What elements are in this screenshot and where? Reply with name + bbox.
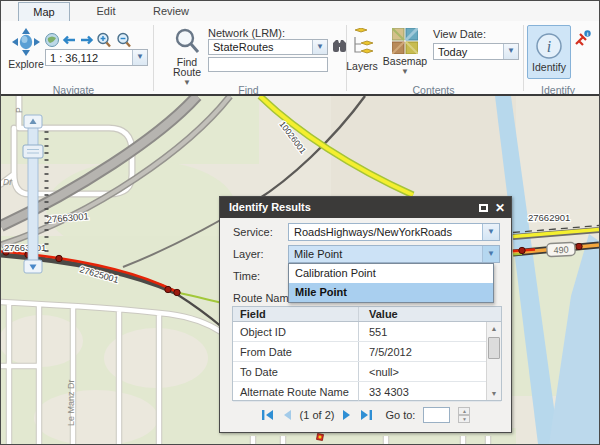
service-label: Service: [233,226,273,238]
point-event-marker [317,434,324,441]
identify-button[interactable]: i Identify [527,25,571,79]
zoom-out-icon[interactable] [118,34,130,47]
goto-page-input[interactable] [423,407,450,423]
explore-button[interactable]: Explore [7,27,45,70]
value-cell: 7/5/2012 [359,342,501,361]
field-cell: From Date [233,342,359,361]
view-date-combo-arrow-icon[interactable]: ▼ [503,44,518,59]
table-row[interactable]: Object ID 551 [233,322,501,342]
last-page-icon[interactable] [360,409,373,421]
identify-label: Identify [532,61,566,73]
dialog-title-bar[interactable]: Identify Results ✕ [220,197,511,218]
route-input[interactable] [208,57,328,72]
field-cell: Alternate Route Name [233,382,359,401]
basemap-label: Basemap [383,55,427,67]
layer-combo-arrow-icon[interactable]: ▼ [482,246,499,262]
divider [153,25,154,91]
identify-icon: i [535,32,563,60]
table-row[interactable]: To Date <null> [233,362,501,382]
layers-button[interactable]: Layers [345,28,379,72]
route-label: 27662901 [528,212,570,223]
previous-page-icon[interactable] [282,409,292,421]
layer-dropdown-list: Calibration Point Mile Point [288,263,494,303]
network-combo-arrow-icon[interactable]: ▼ [312,40,327,54]
network-lrm-label: Network (LRM): [208,27,285,39]
next-page-icon[interactable] [342,409,352,421]
goto-spinner[interactable]: ▲ ▼ [458,407,470,423]
network-combo[interactable]: StateRoutes ▼ [208,39,328,55]
zoom-in-icon[interactable] [98,34,110,47]
tab-edit[interactable]: Edit [78,2,134,21]
goto-label: Go to: [385,409,415,421]
route-label: 27663101 [4,242,46,253]
basemap-button[interactable]: Basemap ▼ [383,28,427,76]
field-cell: To Date [233,362,359,381]
table-row[interactable]: Alternate Route Name 33 4303 [233,382,501,402]
field-cell: Object ID [233,322,359,341]
spinner-up-icon[interactable]: ▲ [458,407,470,415]
scrollbar-thumb[interactable] [488,337,500,359]
attributes-table: Field Value Object ID 551 From Date 7/5/… [232,306,502,401]
explore-label: Explore [8,58,44,70]
layers-label: Layers [346,60,378,72]
time-label: Time: [233,270,260,282]
table-header-row: Field Value [233,307,501,322]
table-scrollbar[interactable]: ▲ ▼ [486,322,501,400]
layer-label: Layer: [233,248,264,260]
scale-value: 1 : 36,112 [46,52,132,64]
spinner-down-icon[interactable]: ▼ [458,415,470,423]
service-combo[interactable]: RoadsHighways/NewYorkRoads ▼ [288,223,500,241]
dropdown-option-calibration-point[interactable]: Calibration Point [289,264,493,283]
field-column-header[interactable]: Field [233,307,359,321]
forward-arrow-icon[interactable] [81,37,92,44]
service-value: RoadsHighways/NewYorkRoads [289,224,482,240]
pagination-bar: (1 of 2) Go to: ▲ ▼ [220,404,511,426]
tab-map[interactable]: Map [18,2,70,21]
scroll-up-icon[interactable]: ▲ [487,322,501,335]
street-label: Dr [3,177,13,187]
dropdown-option-mile-point[interactable]: Mile Point [289,283,493,302]
page-indicator: (1 of 2) [300,409,335,421]
identify-results-dialog: Identify Results ✕ Service: RoadsHighway… [219,196,512,433]
application-window: Map Edit Review Explore [0,0,600,445]
scale-combo[interactable]: 1 : 36,112 ▼ [45,49,148,66]
find-route-dropdown-icon[interactable]: ▼ [183,78,191,87]
layer-combo[interactable]: Mile Point ▼ [288,245,500,263]
street-label: Le Manz Dr [66,379,76,426]
nav-tools [44,32,136,48]
back-arrow-icon[interactable] [65,37,76,44]
network-value: StateRoutes [209,41,312,53]
scale-combo-arrow-icon[interactable]: ▼ [132,50,147,65]
svg-text:490: 490 [553,245,569,256]
layer-value: Mile Point [289,246,482,262]
basemap-icon [392,28,418,54]
divider [523,25,524,91]
maximize-icon[interactable] [479,204,488,212]
value-column-header[interactable]: Value [359,307,501,321]
terrain-area [34,390,158,444]
find-route-button[interactable]: Find Route ▼ [165,27,209,87]
basemap-dropdown-icon[interactable]: ▼ [401,67,409,76]
view-date-value: Today [434,46,503,58]
scroll-down-icon[interactable]: ▼ [487,387,501,400]
layers-icon [349,28,375,59]
value-cell: 551 [359,322,501,341]
find-route-label: Route [173,66,201,78]
street-label: P [14,107,24,113]
view-date-label: View Date: [433,28,486,40]
tab-review[interactable]: Review [141,2,201,21]
ribbon: Map Edit Review Explore [1,1,599,94]
value-cell: 33 4303 [359,382,501,401]
explore-icon [11,27,41,57]
view-date-combo[interactable]: Today ▼ [433,43,519,60]
zoom-slider-handle[interactable] [23,145,43,158]
dialog-title: Identify Results [229,201,311,213]
route-tool-icon[interactable]: i [574,30,592,48]
service-combo-arrow-icon[interactable]: ▼ [482,224,499,240]
first-page-icon[interactable] [261,409,274,421]
route-shield-490: 490 [547,242,576,256]
close-icon[interactable]: ✕ [495,203,505,213]
find-route-icon [173,27,201,55]
globe-icon[interactable] [46,34,59,47]
table-row[interactable]: From Date 7/5/2012 [233,342,501,362]
